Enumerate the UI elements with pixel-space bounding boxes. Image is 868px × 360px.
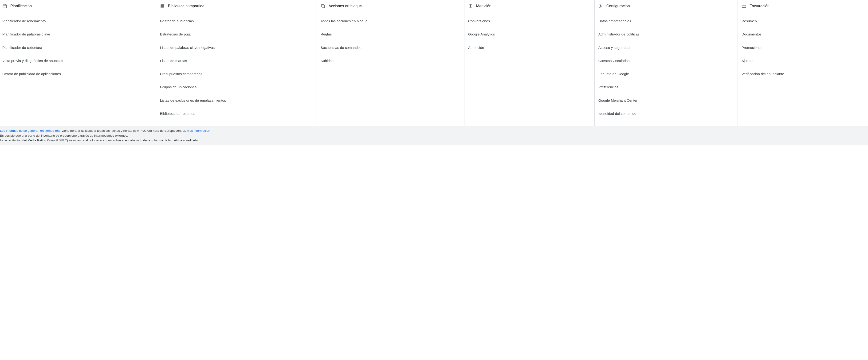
calendar-icon [2, 4, 7, 8]
menu-item-datos-empresariales[interactable]: Datos empresariales [597, 14, 735, 28]
column-facturacion: Facturación Resumen Documentos Promocion… [738, 0, 868, 126]
hourglass-icon [468, 4, 473, 8]
menu-item-verificacion-anunciante[interactable]: Verificación del anunciante [741, 67, 865, 80]
column-title: Configuración [607, 4, 630, 8]
menu-item-administrador-politicas[interactable]: Administrador de políticas [597, 28, 735, 41]
column-header-acciones: Acciones en bloque [320, 4, 461, 11]
menu-item-ajustes[interactable]: Ajustes [741, 54, 865, 67]
menu-item-planificador-palabras-clave[interactable]: Planificador de palabras clave [1, 28, 153, 41]
column-title: Acciones en bloque [329, 4, 362, 8]
footer-line-3: La acreditación del Media Rating Council… [0, 138, 868, 143]
footer-line-1: Los informes no se generan en tiempo rea… [0, 128, 868, 133]
column-acciones: Acciones en bloque Todas las acciones en… [317, 0, 464, 126]
menu-item-resumen[interactable]: Resumen [741, 14, 865, 28]
menu-item-grupos-ubicaciones[interactable]: Grupos de ubicaciones [159, 80, 314, 94]
svg-rect-11 [742, 5, 746, 7]
menu-item-etiqueta-google[interactable]: Etiqueta de Google [597, 67, 735, 80]
menu-item-merchant-center[interactable]: Google Merchant Center [597, 94, 735, 107]
timezone-text: Zona horaria aplicable a todas las fecha… [61, 129, 187, 132]
footer-line-2: Es posible que una parte del inventario … [0, 133, 868, 138]
svg-rect-9 [322, 5, 324, 8]
column-title: Biblioteca compartida [168, 4, 205, 8]
bulk-actions-icon [320, 4, 325, 8]
menu-item-documentos[interactable]: Documentos [741, 28, 865, 41]
menu-item-secuencias-comandos[interactable]: Secuencias de comandos [320, 41, 461, 54]
menu-item-planificador-rendimiento[interactable]: Planificador de rendimiento [1, 14, 153, 28]
column-header-planificacion: Planificación [1, 4, 153, 11]
menu-item-biblioteca-recursos[interactable]: Biblioteca de recursos [159, 107, 314, 120]
menu-item-presupuestos-compartidos[interactable]: Presupuestos compartidos [159, 67, 314, 80]
svg-point-10 [600, 6, 601, 7]
menu-item-vista-previa-diagnostico[interactable]: Vista previa y diagnóstico de anuncios [1, 54, 153, 67]
column-header-configuracion: Configuración [597, 4, 735, 11]
menu-item-palabras-clave-negativas[interactable]: Listas de palabras clave negativas [159, 41, 314, 54]
column-header-facturacion: Facturación [741, 4, 865, 11]
billing-icon [742, 4, 746, 8]
footer-info: Los informes no se generan en tiempo rea… [0, 126, 868, 145]
menu-item-preferencias[interactable]: Preferencias [597, 80, 735, 94]
column-title: Facturación [749, 4, 770, 8]
menu-item-idoneidad-contenido[interactable]: Idoneidad del contenido [597, 107, 735, 120]
menu-item-planificador-cobertura[interactable]: Planificador de cobertura [1, 41, 153, 54]
column-header-biblioteca: Biblioteca compartida [159, 4, 314, 11]
menu-item-promociones[interactable]: Promociones [741, 41, 865, 54]
menu-item-listas-marcas[interactable]: Listas de marcas [159, 54, 314, 67]
menu-item-conversiones[interactable]: Conversiones [467, 14, 592, 28]
svg-rect-0 [3, 5, 7, 8]
menu-item-exclusiones-emplazamientos[interactable]: Listas de exclusiones de emplazamientos [159, 94, 314, 107]
column-planificacion: Planificación Planificador de rendimient… [0, 0, 156, 126]
column-configuracion: Configuración Datos empresariales Admini… [595, 0, 738, 126]
menu-item-centro-publicidad-apps[interactable]: Centro de publicidad de aplicaciones [1, 67, 153, 80]
column-title: Medición [476, 4, 492, 8]
library-icon [160, 4, 165, 8]
column-biblioteca: Biblioteca compartida Gestor de audienci… [156, 0, 317, 126]
gear-icon [598, 4, 603, 8]
menu-item-acceso-seguridad[interactable]: Acceso y seguridad [597, 41, 735, 54]
svg-rect-4 [161, 4, 164, 7]
column-medicion: Medición Conversiones Google Analytics A… [464, 0, 595, 126]
menu-item-reglas[interactable]: Reglas [320, 28, 461, 41]
column-header-medicion: Medición [467, 4, 592, 11]
menu-item-google-analytics[interactable]: Google Analytics [467, 28, 592, 41]
menu-item-estrategias-puja[interactable]: Estrategias de puja [159, 28, 314, 41]
menu-item-gestor-audiencias[interactable]: Gestor de audiencias [159, 14, 314, 28]
reports-not-realtime-link[interactable]: Los informes no se generan en tiempo rea… [0, 129, 61, 132]
tools-mega-menu: Planificación Planificador de rendimient… [0, 0, 868, 126]
menu-item-cuentas-vinculadas[interactable]: Cuentas vinculadas [597, 54, 735, 67]
menu-item-atribucion[interactable]: Atribución [467, 41, 592, 54]
menu-item-todas-acciones-bloque[interactable]: Todas las acciones en bloque [320, 14, 461, 28]
column-title: Planificación [10, 4, 32, 8]
menu-item-subidas[interactable]: Subidas [320, 54, 461, 67]
more-info-link[interactable]: Más información [187, 129, 210, 132]
